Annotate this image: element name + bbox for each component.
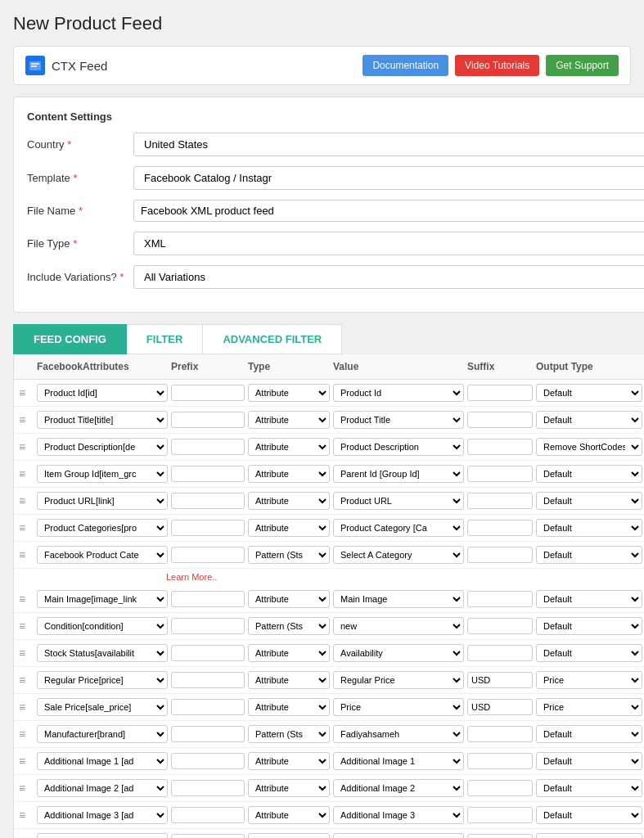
type-select[interactable]: Attribute [248, 465, 330, 483]
prefix-input[interactable] [171, 493, 245, 509]
drag-handle[interactable]: ≡ [19, 619, 34, 633]
output-type-select[interactable]: Remove ShortCodes [536, 438, 642, 456]
video-tutorials-button[interactable]: Video Tutorials [455, 55, 539, 76]
prefix-input[interactable] [171, 412, 245, 428]
fb-attr-select[interactable]: Stock Status[availabilit [37, 644, 168, 662]
include-variations-select[interactable]: All Variations [133, 265, 644, 289]
documentation-button[interactable]: Documentation [363, 55, 448, 76]
value-select[interactable]: Main Image [333, 590, 464, 608]
suffix-input[interactable] [467, 753, 533, 769]
drag-handle[interactable]: ≡ [19, 592, 34, 606]
type-select[interactable]: Pattern (Sts [248, 617, 330, 635]
suffix-input[interactable] [467, 780, 533, 796]
prefix-input[interactable] [171, 672, 245, 688]
type-select[interactable]: Attribute [248, 590, 330, 608]
prefix-input[interactable] [171, 726, 245, 742]
prefix-input[interactable] [171, 618, 245, 634]
type-select[interactable]: Attribute [248, 492, 330, 510]
fb-attr-select[interactable]: Sale Price[sale_price] [37, 698, 168, 716]
output-type-select[interactable]: Default [536, 617, 642, 635]
output-type-select[interactable]: Default [536, 492, 642, 510]
type-select[interactable]: Attribute [248, 644, 330, 662]
value-select[interactable]: Product URL [333, 492, 464, 510]
fb-attr-select[interactable]: Condition[condition] [37, 617, 168, 635]
prefix-input[interactable] [171, 645, 245, 661]
prefix-input[interactable] [171, 520, 245, 536]
suffix-input[interactable] [467, 699, 533, 715]
prefix-input[interactable] [171, 807, 245, 823]
fb-attr-select[interactable]: Additional Image 4 [ad [37, 833, 168, 838]
country-select[interactable]: United States [133, 133, 644, 156]
fb-attr-select[interactable]: Product Categories[pro [37, 519, 168, 537]
drag-handle[interactable]: ≡ [19, 386, 34, 399]
output-type-select[interactable]: Default [536, 384, 642, 402]
fb-attr-select[interactable]: Product Description[de [37, 438, 168, 456]
value-select[interactable]: Select A Category [333, 546, 464, 564]
drag-handle[interactable]: ≡ [19, 413, 34, 426]
drag-handle[interactable]: ≡ [19, 674, 34, 687]
value-select[interactable]: Regular Price [333, 671, 464, 689]
output-type-select[interactable]: Price [536, 698, 642, 716]
type-select[interactable]: Attribute [248, 779, 330, 797]
fb-attr-select[interactable]: Manufacturer[brand] [37, 725, 168, 743]
value-select[interactable]: Availability [333, 644, 464, 662]
value-select[interactable]: Product Category [Ca [333, 519, 464, 537]
suffix-input[interactable] [467, 645, 533, 661]
drag-handle[interactable]: ≡ [19, 728, 34, 741]
drag-handle[interactable]: ≡ [19, 647, 34, 660]
value-select[interactable]: Fadiyahsameh [333, 725, 464, 743]
suffix-input[interactable] [467, 807, 533, 823]
prefix-input[interactable] [171, 439, 245, 455]
output-type-select[interactable]: Default [536, 725, 642, 743]
output-type-select[interactable]: Default [536, 752, 642, 770]
type-select[interactable]: Attribute [248, 519, 330, 537]
type-select[interactable]: Attribute [248, 438, 330, 456]
prefix-input[interactable] [171, 466, 245, 482]
output-type-select[interactable]: Default [536, 644, 642, 662]
get-support-button[interactable]: Get Support [546, 55, 619, 76]
value-select[interactable]: Price [333, 698, 464, 716]
value-select[interactable]: Parent Id [Group Id] [333, 465, 464, 483]
drag-handle[interactable]: ≡ [19, 755, 34, 768]
drag-handle[interactable]: ≡ [19, 548, 34, 561]
suffix-input[interactable] [467, 672, 533, 688]
value-select[interactable]: new [333, 617, 464, 635]
type-select[interactable]: Attribute [248, 411, 330, 429]
type-select[interactable]: Attribute [248, 698, 330, 716]
output-type-select[interactable]: Default [536, 546, 642, 564]
fb-attr-select[interactable]: Main Image[image_link [37, 590, 168, 608]
drag-handle[interactable]: ≡ [19, 782, 34, 795]
prefix-input[interactable] [171, 780, 245, 796]
prefix-input[interactable] [171, 547, 245, 563]
drag-handle[interactable]: ≡ [19, 521, 34, 534]
suffix-input[interactable] [467, 591, 533, 607]
type-select[interactable]: Attribute [248, 671, 330, 689]
value-select[interactable]: Product Title [333, 411, 464, 429]
suffix-input[interactable] [467, 466, 533, 482]
output-type-select[interactable]: Default [536, 465, 642, 483]
prefix-input[interactable] [171, 834, 245, 838]
prefix-input[interactable] [171, 753, 245, 769]
fb-attr-select[interactable]: Product Id[id] [37, 384, 168, 402]
value-select[interactable]: Additional Image 2 [333, 779, 464, 797]
drag-handle[interactable]: ≡ [19, 440, 34, 453]
suffix-input[interactable] [467, 618, 533, 634]
output-type-select[interactable]: Default [536, 590, 642, 608]
suffix-input[interactable] [467, 834, 533, 838]
output-type-select[interactable]: Default [536, 806, 642, 824]
type-select[interactable]: Pattern (Sts [248, 546, 330, 564]
prefix-input[interactable] [171, 699, 245, 715]
type-select[interactable]: Attribute [248, 833, 330, 838]
tab-filter[interactable]: FILTER [127, 324, 204, 354]
suffix-input[interactable] [467, 493, 533, 509]
prefix-input[interactable] [171, 591, 245, 607]
value-select[interactable]: Additional Image 4 [333, 833, 464, 838]
template-select[interactable]: Facebook Catalog / Instagr [133, 166, 644, 190]
value-select[interactable]: Product Id [333, 384, 464, 402]
file-type-select[interactable]: XML [133, 232, 644, 255]
file-name-input[interactable] [133, 200, 644, 222]
fb-attr-select[interactable]: Additional Image 3 [ad [37, 806, 168, 824]
suffix-input[interactable] [467, 385, 533, 401]
suffix-input[interactable] [467, 520, 533, 536]
fb-attr-select[interactable]: Product URL[link] [37, 492, 168, 510]
